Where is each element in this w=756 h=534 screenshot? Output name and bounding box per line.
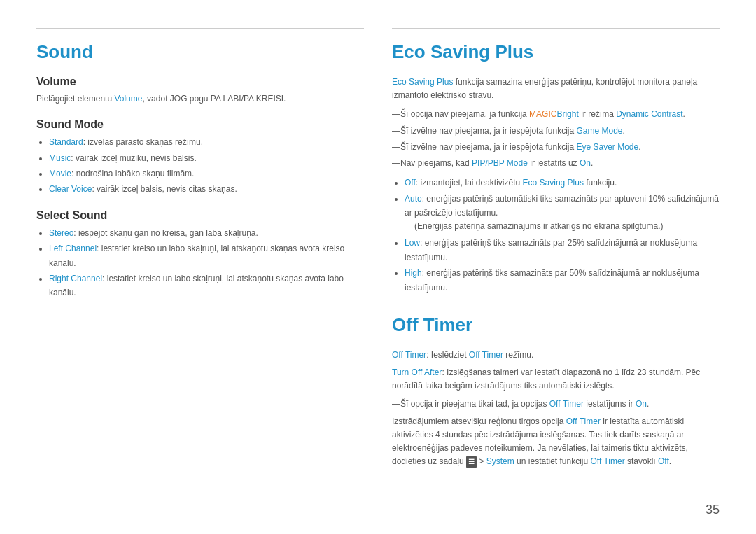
eco-note-1: Šī opcija nav pieejama, ja funkcija MAGI…: [392, 108, 720, 121]
volume-highlight: Volume: [114, 94, 142, 104]
select-sound-list: Stereo: iespējot skaņu gan no kreisā, ga…: [36, 226, 364, 300]
eco-note-4: Nav pieejams, kad PIP/PBP Mode ir iestat…: [392, 157, 720, 170]
menu-icon: ☰: [466, 456, 477, 468]
eco-saving-title: Eco Saving Plus: [392, 41, 720, 63]
select-sound-subtitle: Select Sound: [36, 209, 364, 222]
off-timer-extra-note: Izstrādājumiem atsevišķu reģionu tirgos …: [392, 415, 720, 469]
list-item: Auto: enerģijas patēriņš automātiski tik…: [405, 192, 720, 234]
sound-mode-subtitle: Sound Mode: [36, 118, 364, 131]
list-item: Clear Voice: vairāk izceļ balsis, nevis …: [49, 182, 364, 196]
list-item: Standard: izvēlas parasto skaņas režīmu.: [49, 135, 364, 149]
sound-mode-section: Sound Mode Standard: izvēlas parasto ska…: [36, 118, 364, 197]
list-item: Music: vairāk izceļ mūziku, nevis balsis…: [49, 151, 364, 165]
list-item: Left Channel: iestatiet kreiso un labo s…: [49, 241, 364, 270]
off-timer-line2: Turn Off After: Izslēgšanas taimeri var …: [392, 366, 720, 393]
left-column: Sound Volume Pielāgojiet elementu Volume…: [36, 28, 364, 506]
list-item: Stereo: iespējot skaņu gan no kreisā, ga…: [49, 226, 364, 240]
eco-intro-text: Eco Saving Plus funkcija samazina enerģi…: [392, 76, 720, 102]
list-item: Low: enerģijas patēriņš tiks samazināts …: [405, 236, 720, 265]
volume-body: Pielāgojiet elementu Volume, vadot JOG p…: [36, 92, 364, 106]
off-timer-title: Off Timer: [392, 314, 720, 336]
sound-mode-list: Standard: izvēlas parasto skaņas režīmu.…: [36, 135, 364, 197]
eco-note-3: Šī izvēlne nav pieejama, ja ir iespējota…: [392, 141, 720, 154]
page-number: 35: [706, 503, 720, 517]
list-item: Right Channel: iestatiet kreiso un labo …: [49, 272, 364, 300]
eco-bullet-list: Off: izmantojiet, lai deaktivizētu Eco S…: [392, 176, 720, 295]
off-timer-note-1: Šī opcija ir pieejama tikai tad, ja opci…: [392, 398, 720, 411]
list-item: High: enerģijas patēriņš tiks samazināts…: [405, 266, 720, 295]
right-column: Eco Saving Plus Eco Saving Plus funkcija…: [392, 28, 720, 506]
off-timer-section: Off Timer Off Timer: Ieslēdziet Off Time…: [392, 314, 720, 469]
list-item: Off: izmantojiet, lai deaktivizētu Eco S…: [405, 176, 720, 190]
volume-subtitle: Volume: [36, 76, 364, 88]
eco-saving-section: Eco Saving Plus Eco Saving Plus funkcija…: [392, 41, 720, 295]
select-sound-section: Select Sound Stereo: iespējot skaņu gan …: [36, 209, 364, 300]
volume-section: Volume Pielāgojiet elementu Volume, vado…: [36, 76, 364, 106]
sound-title: Sound: [36, 41, 364, 63]
eco-note-2: Šī izvēlne nav pieejama, ja ir iespējota…: [392, 125, 720, 138]
off-timer-line1: Off Timer: Ieslēdziet Off Timer režīmu.: [392, 349, 720, 362]
list-item: Movie: nodrošina labāko skaņu filmām.: [49, 167, 364, 181]
